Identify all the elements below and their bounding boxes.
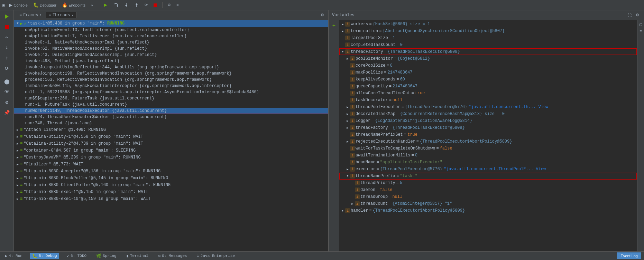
frame-11[interactable]: run$$$capture:266, FutureTask {java.util… xyxy=(14,95,328,102)
status-run[interactable]: ▶ 4: Run xyxy=(3,253,25,259)
var-link-tpe[interactable]: "java.util.concurrent.Th... View xyxy=(469,105,548,109)
thread-row-exec10[interactable]: ▶ ≡ "http-nio-8080-exec-10"@5,159 in gro… xyxy=(14,195,328,202)
var-row-wftcos[interactable]: ▶ i waitForTasksToCompleteOnShutdown = f… xyxy=(339,145,637,152)
var-row-tf2[interactable]: ▶ i threadFactory = {ThreadPoolTaskExecu… xyxy=(339,124,637,131)
frame-4[interactable]: invoke:43, DelegatingMethodAccessorImpl … xyxy=(14,52,328,58)
var-row-corepoolsize[interactable]: ▶ i corePoolSize = 8 xyxy=(339,62,637,69)
status-spring[interactable]: 🌿 Spring xyxy=(94,253,119,259)
var-expand-tc[interactable]: ▶ xyxy=(350,201,355,206)
frame-1[interactable]: onApplicationEvent:7, TestListener {com.… xyxy=(14,33,328,39)
thread-row-exec1[interactable]: ▶ ≡ "http-nio-8080-exec-1"@5,150 in grou… xyxy=(14,189,328,195)
step-out-btn[interactable] xyxy=(133,2,140,8)
var-expand-psm[interactable]: ▶ xyxy=(345,56,350,61)
var-row-queuecapacity[interactable]: ▶ i queueCapacity = 2147483647 xyxy=(339,83,637,90)
sidebar-step-out-icon[interactable]: ↑ xyxy=(1,53,13,63)
var-row-tp[interactable]: ▶ i threadPriority = 5 xyxy=(339,180,637,186)
var-row-executor[interactable]: ▶ i executor = {ThreadPoolExecutor@5776}… xyxy=(339,166,637,173)
var-row-termination[interactable]: ▶ i termination = {AbstractQueuedSynchro… xyxy=(339,28,637,35)
sidebar-stop-icon[interactable] xyxy=(1,22,13,32)
status-enterprise[interactable]: ☕ Java Enterprise xyxy=(195,253,237,259)
frame-7[interactable]: invokeJoinpoint:198, ReflectiveMethodInv… xyxy=(14,70,328,77)
threads-content[interactable]: ▼ ▶ ✓ *task-1*@5,488 in group "main": RU… xyxy=(14,20,328,251)
var-row-dtm[interactable]: ▶ i decoratedTaskMap = {ConcurrentRefere… xyxy=(339,110,637,117)
frame-15[interactable]: run:748, Thread {java.lang} xyxy=(14,120,328,126)
var-expand-reh[interactable]: ▶ xyxy=(345,139,350,144)
sidebar-step-into-icon[interactable]: ↓ xyxy=(1,43,13,52)
var-expand-h[interactable]: ▶ xyxy=(340,208,345,213)
var-expand-dtm[interactable]: ▶ xyxy=(345,112,350,116)
step-over-btn[interactable] xyxy=(112,2,120,8)
add-watch-btn[interactable]: + xyxy=(330,21,338,30)
frame-8[interactable]: proceed:163, ReflectiveMethodInvocation … xyxy=(14,77,328,83)
run-to-cursor-btn[interactable]: ⟳ xyxy=(143,2,149,8)
var-row-beanname[interactable]: ▶ i beanName = "applicationTaskExecutor" xyxy=(339,159,637,166)
var-row-workers[interactable]: ▶ i workers = {HashSet@5806} size = 1 xyxy=(339,21,637,28)
thread-row-attach[interactable]: ▶ ≡ "Attach Listener" @1,409: RUNNING xyxy=(14,126,328,133)
status-todo[interactable]: ✓ 6: TODO xyxy=(65,253,89,259)
thread-row-finalizer[interactable]: ▶ ≡ "Finalizer" @5,773: WAIT xyxy=(14,161,328,168)
var-expand-tf[interactable]: ▼ xyxy=(340,49,345,54)
sidebar-watches-icon[interactable]: 👁 xyxy=(1,87,13,97)
var-row-threadgroup[interactable]: ▶ i threadGroup = null xyxy=(339,193,637,200)
endpoints-tab[interactable]: 🔥 Endpoints xyxy=(61,2,87,8)
var-expand-tpe[interactable]: ▶ xyxy=(345,105,350,109)
frame-9[interactable]: lambdaInvoke$0:115, AsyncExecutionInterc… xyxy=(14,83,328,89)
var-expand-exec[interactable]: ▶ xyxy=(345,167,350,172)
frames-tab[interactable]: ≡ Frames ▾ xyxy=(17,12,44,18)
status-messages[interactable]: ✉ 0: Messages xyxy=(156,253,189,259)
sidebar-resume-icon[interactable] xyxy=(1,12,13,21)
var-row-reh[interactable]: ▶ i rejectedExecutionHandler = {ThreadPo… xyxy=(339,138,637,145)
frame-14[interactable]: run:624, ThreadPoolExecutor$Worker {java… xyxy=(14,114,328,120)
frame-3[interactable]: invoke:62, NativeMethodAccessorImpl {sun… xyxy=(14,46,328,52)
var-row-completedtask[interactable]: ▶ i completedTaskCount = 0 xyxy=(339,41,637,48)
var-row-keepalive[interactable]: ▶ i keepAliveSeconds = 60 xyxy=(339,76,637,83)
frame-2[interactable]: invoke0:-1, NativeMethodAccessorImpl {su… xyxy=(14,39,328,46)
frame-13[interactable]: runWorker:1149, ThreadPoolExecutor {java… xyxy=(14,108,328,114)
console-tab[interactable]: ▶ Console xyxy=(8,2,29,8)
frame-0[interactable]: onApplicationEvent:13, TestListener {com… xyxy=(14,27,328,33)
status-debug[interactable]: 🐛 5: Debug xyxy=(30,253,59,259)
frame-12[interactable]: run:-1, FutureTask {java.util.concurrent… xyxy=(14,102,328,108)
var-row-maxpoolsize[interactable]: ▶ i maxPoolSize = 2147483647 xyxy=(339,69,637,76)
var-row-atm[interactable]: ▶ i awaitTerminationMillis = 0 xyxy=(339,152,637,159)
var-row-allowcore[interactable]: ▶ i allowCoreThreadTimeOut = true xyxy=(339,90,637,97)
thread-row-destroy[interactable]: ▶ ≡ "DestroyJavaVM" @5,209 in group "mai… xyxy=(14,154,328,161)
var-row-tpe[interactable]: ▶ i threadPoolExecutor = {ThreadPoolExec… xyxy=(339,104,637,110)
thread-row-catalina1[interactable]: ▶ ≡ "Catalina-utility-1"@4,558 in group … xyxy=(14,133,328,140)
var-row-tnps[interactable]: ▶ i threadNamePrefixSet = true xyxy=(339,131,637,138)
var-row-largestpoolsize[interactable]: ▶ i largestPoolSize = 1 xyxy=(339,35,637,41)
more-options-btn[interactable]: ≡ xyxy=(175,2,180,8)
var-row-tnp[interactable]: ▼ i threadNamePrefix = "task-" xyxy=(339,173,637,180)
thread-row-container[interactable]: ▶ ≡ "container-0"@4,567 in group "main":… xyxy=(14,147,328,154)
event-log-btn[interactable]: Event Log xyxy=(617,252,641,259)
thread-row-acceptor[interactable]: ▶ ≡ "http-nio-8080-Acceptor"@5,186 in gr… xyxy=(14,168,328,175)
frame-5[interactable]: invoke:498, Method {java.lang.reflect} xyxy=(14,58,328,64)
sidebar-icon-2[interactable]: ≡ xyxy=(638,28,644,35)
sidebar-breakpoints-icon[interactable]: ⬤ xyxy=(1,77,13,86)
var-link-exec[interactable]: "java.util.concurrent.ThreadPoolE... Vie… xyxy=(444,167,546,172)
var-expand-termination[interactable]: ▶ xyxy=(340,29,345,33)
sidebar-pin-icon[interactable]: 📌 xyxy=(1,108,13,117)
sidebar-step-over-icon[interactable]: ↷ xyxy=(1,32,13,42)
debugger-tab[interactable]: 🐛 Debugger xyxy=(32,2,58,8)
var-expand-workers[interactable]: ▶ xyxy=(340,22,345,27)
variables-expand-btn[interactable]: ⛶ xyxy=(626,12,633,18)
variables-content[interactable]: ▶ i workers = {HashSet@5806} size = 1 ▶ … xyxy=(339,20,637,251)
var-row-poolsizemon[interactable]: ▶ i poolSizeMonitor = {Object@5812} xyxy=(339,55,637,62)
stop-btn[interactable] xyxy=(152,2,159,8)
status-terminal[interactable]: ▮ Terminal xyxy=(124,253,150,259)
thread-row-task1[interactable]: ▼ ▶ ✓ *task-1*@5,488 in group "main": RU… xyxy=(14,20,328,27)
sidebar-icon-1[interactable]: ⬡ xyxy=(638,21,644,28)
frame-6[interactable]: invokeJoinpointUsingReflection:344, AopU… xyxy=(14,64,328,70)
thread-row-clientpoller[interactable]: ▶ ≡ "http-nio-8080-ClientPoller"@5,160 i… xyxy=(14,182,328,189)
var-expand-tnp[interactable]: ▼ xyxy=(345,174,350,179)
var-row-logger[interactable]: ▶ i logger = {LogAdapter$Slf4jLocationAw… xyxy=(339,117,637,124)
threads-tab[interactable]: ≡ Threads ▾ xyxy=(46,12,76,18)
var-row-threadcount[interactable]: ▶ i threadCount = {AtomicInteger@5817} "… xyxy=(339,200,637,207)
sidebar-refresh-icon[interactable]: ⟳ xyxy=(1,64,13,73)
thread-row-catalina2[interactable]: ▶ ≡ "Catalina-utility-2"@4,739 in group … xyxy=(14,140,328,147)
step-into-btn[interactable] xyxy=(122,2,130,8)
var-row-handler[interactable]: ▶ i handler = {ThreadPoolExecutor$AbortP… xyxy=(339,207,637,214)
threads-settings-btn[interactable]: ⚙ xyxy=(319,12,325,18)
more-tabs-btn[interactable]: » xyxy=(90,2,94,8)
